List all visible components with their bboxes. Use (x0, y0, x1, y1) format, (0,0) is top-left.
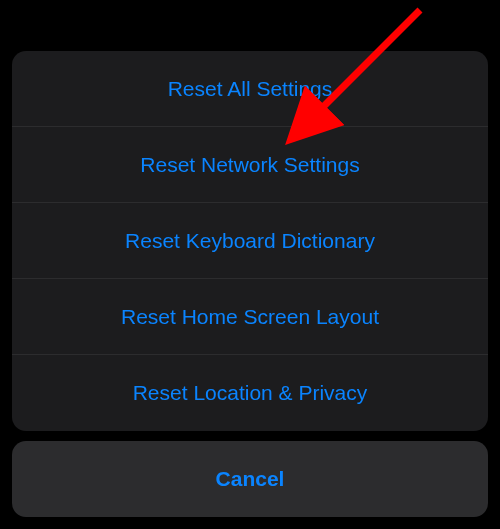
action-item-label: Reset All Settings (168, 77, 333, 101)
action-item-label: Reset Network Settings (140, 153, 359, 177)
action-sheet: Reset All Settings Reset Network Setting… (12, 51, 488, 431)
reset-network-settings-button[interactable]: Reset Network Settings (12, 127, 488, 203)
reset-all-settings-button[interactable]: Reset All Settings (12, 51, 488, 127)
action-item-label: Reset Keyboard Dictionary (125, 229, 375, 253)
reset-location-privacy-button[interactable]: Reset Location & Privacy (12, 355, 488, 431)
action-item-label: Reset Home Screen Layout (121, 305, 379, 329)
cancel-button[interactable]: Cancel (12, 441, 488, 517)
cancel-button-label: Cancel (216, 467, 285, 491)
reset-home-screen-layout-button[interactable]: Reset Home Screen Layout (12, 279, 488, 355)
reset-keyboard-dictionary-button[interactable]: Reset Keyboard Dictionary (12, 203, 488, 279)
action-item-label: Reset Location & Privacy (133, 381, 368, 405)
